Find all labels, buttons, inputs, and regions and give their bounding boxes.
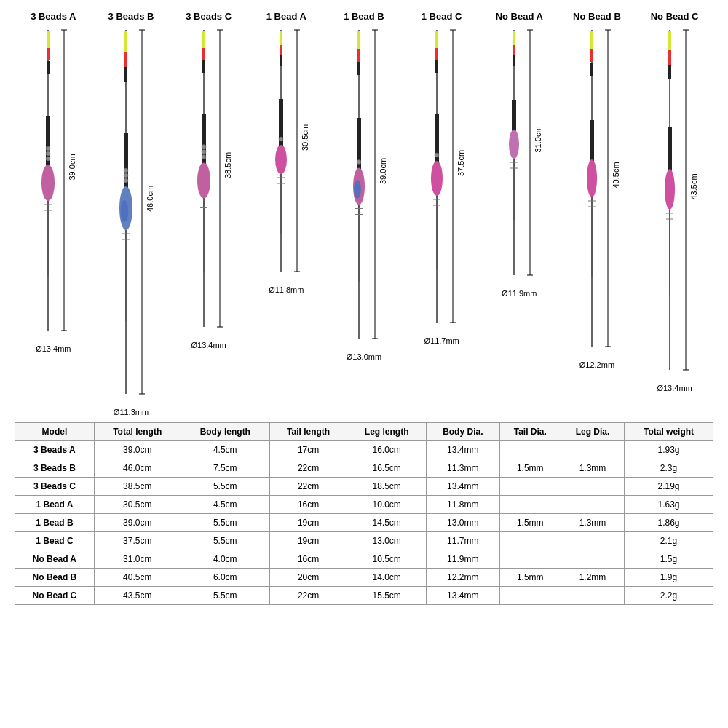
float-label-nobead-b: No Bead B <box>573 11 621 22</box>
table-cell: 37.5cm <box>94 532 181 550</box>
table-cell: 16cm <box>269 496 347 514</box>
table-cell <box>499 587 561 605</box>
float-item-3beads-b: 3 Beads B46.0cmØ11.3mm <box>98 11 164 416</box>
table-cell: 14.5cm <box>347 514 427 532</box>
svg-rect-5 <box>47 31 50 48</box>
table-cell <box>561 441 625 459</box>
table-cell: 22cm <box>269 459 347 478</box>
table-header: Model <box>15 423 95 441</box>
svg-text:40.5cm: 40.5cm <box>612 162 620 188</box>
table-cell: 22cm <box>269 587 347 605</box>
svg-point-26 <box>121 200 129 222</box>
svg-rect-68 <box>357 31 360 49</box>
svg-point-101 <box>509 130 519 159</box>
svg-point-9 <box>41 165 55 201</box>
float-label-nobead-c: No Bead C <box>651 11 699 22</box>
svg-point-42 <box>197 163 210 199</box>
float-label-1bead-a: 1 Bead A <box>266 11 306 22</box>
svg-text:39.0cm: 39.0cm <box>68 154 76 180</box>
table-cell: 13.0mm <box>427 514 499 532</box>
svg-point-28 <box>124 173 128 178</box>
svg-rect-40 <box>202 60 205 73</box>
float-item-1bead-c: 1 Bead C37.5cmØ11.7mm <box>409 11 475 345</box>
table-cell: 7.5cm <box>181 459 269 478</box>
svg-rect-57 <box>279 99 283 152</box>
float-item-1bead-b: 1 Bead B39.0cmØ13.0mm <box>331 11 397 361</box>
float-svg-1bead-c: 37.5cm <box>416 26 467 333</box>
table-cell: 1 Bead B <box>15 514 95 532</box>
svg-rect-23 <box>124 67 127 82</box>
table-cell: 16.0cm <box>347 441 427 459</box>
float-svg-1bead-b: 39.0cm <box>339 26 389 349</box>
float-item-nobead-a: No Bead A31.0cmØ11.9mm <box>486 11 552 298</box>
svg-text:39.0cm: 39.0cm <box>379 158 387 184</box>
float-item-3beads-a: 3 Beads A39.0cmØ13.4mm <box>20 11 86 353</box>
svg-rect-7 <box>47 61 50 74</box>
svg-point-10 <box>46 157 50 161</box>
svg-rect-69 <box>357 49 360 62</box>
table-cell: 20cm <box>269 569 347 587</box>
svg-rect-110 <box>590 31 593 49</box>
table-cell: 12.2mm <box>427 569 499 587</box>
table-cell: 11.8mm <box>427 496 499 514</box>
table-cell: 16cm <box>269 550 347 569</box>
table-cell: 1.5g <box>624 550 713 569</box>
main-container: 3 Beads A39.0cmØ13.4mm3 Beads B46.0cmØ11… <box>0 0 728 728</box>
float-svg-nobead-b: 40.5cm <box>571 26 622 357</box>
float-svg-3beads-b: 46.0cm <box>106 26 157 405</box>
svg-point-73 <box>354 180 361 199</box>
float-svg-1bead-a: 30.5cm <box>261 26 312 282</box>
table-cell: 1.86g <box>624 514 713 532</box>
table-cell: 11.9mm <box>427 550 499 569</box>
table-cell: 38.5cm <box>94 478 181 496</box>
table-cell: 13.4mm <box>427 441 499 459</box>
diagram-section: 3 Beads A39.0cmØ13.4mm3 Beads B46.0cmØ11… <box>0 0 728 422</box>
svg-rect-21 <box>124 31 127 52</box>
float-diameter-1bead-c: Ø11.7mm <box>424 336 459 345</box>
specs-table: ModelTotal lengthBody lengthTail lengthL… <box>15 422 713 605</box>
table-cell <box>499 550 561 569</box>
table-cell: 1 Bead C <box>15 532 95 550</box>
table-cell: 6.0cm <box>181 569 269 587</box>
table-cell: 46.0cm <box>94 459 181 478</box>
table-cell: 40.5cm <box>94 569 181 587</box>
float-item-3beads-c: 3 Beads C38.5cmØ13.4mm <box>176 11 242 349</box>
float-diameter-nobead-c: Ø13.4mm <box>657 384 692 392</box>
table-cell: 11.7mm <box>427 532 499 550</box>
table-cell: 1 Bead A <box>15 496 95 514</box>
float-item-nobead-c: No Bead C43.5cmØ13.4mm <box>642 11 708 392</box>
table-row: 3 Beads C38.5cm5.5cm22cm18.5cm13.4mm2.19… <box>15 478 713 496</box>
table-cell: 5.5cm <box>181 532 269 550</box>
svg-text:37.5cm: 37.5cm <box>456 150 465 176</box>
table-cell: 3 Beads C <box>15 478 95 496</box>
float-svg-nobead-c: 43.5cm <box>649 26 700 381</box>
svg-rect-124 <box>668 50 671 65</box>
svg-point-12 <box>46 146 50 151</box>
table-cell: 5.5cm <box>181 514 269 532</box>
float-diameter-1bead-b: Ø13.0mm <box>347 352 381 361</box>
table-cell <box>561 478 625 496</box>
table-cell: 39.0cm <box>94 441 181 459</box>
svg-rect-99 <box>513 55 515 66</box>
svg-point-59 <box>279 137 283 141</box>
table-cell <box>561 532 625 550</box>
table-cell: 13.4mm <box>427 587 499 605</box>
table-cell: 1.93g <box>624 441 713 459</box>
table-cell: 1.5mm <box>499 459 561 478</box>
float-label-3beads-c: 3 Beads C <box>186 11 232 22</box>
table-cell: 18.5cm <box>347 478 427 496</box>
table-cell: 13.0cm <box>347 532 427 550</box>
table-cell: 4.5cm <box>181 496 269 514</box>
svg-rect-123 <box>668 31 671 50</box>
svg-rect-111 <box>590 49 593 62</box>
table-cell <box>561 496 625 514</box>
float-item-1bead-a: 1 Bead A30.5cmØ11.8mm <box>253 11 319 294</box>
svg-point-114 <box>587 159 597 197</box>
table-cell: 3 Beads A <box>15 441 95 459</box>
svg-rect-125 <box>668 65 671 79</box>
table-cell <box>561 550 625 569</box>
svg-point-74 <box>357 160 361 165</box>
table-cell: 1.5mm <box>499 569 561 587</box>
table-header: Leg Dia. <box>561 423 625 441</box>
float-svg-3beads-a: 39.0cm <box>28 26 79 341</box>
